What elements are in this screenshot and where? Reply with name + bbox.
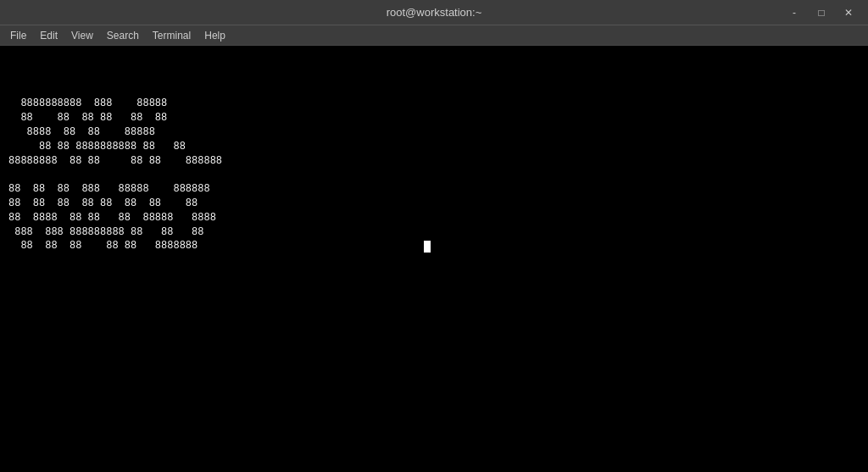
terminal-body[interactable]: 8888888888 888 88888 88 88 88 88 88 88 8… — [0, 46, 868, 472]
window-controls: - □ ✕ — [782, 3, 861, 22]
menu-terminal[interactable]: Terminal — [146, 25, 198, 45]
title-bar: root@workstation:~ - □ ✕ — [0, 0, 868, 25]
menu-help[interactable]: Help — [198, 25, 232, 45]
menu-bar: File Edit View Search Terminal Help — [0, 25, 868, 46]
close-button[interactable]: ✕ — [836, 3, 861, 22]
menu-view[interactable]: View — [64, 25, 100, 45]
menu-search[interactable]: Search — [100, 25, 146, 45]
maximize-button[interactable]: □ — [809, 3, 834, 22]
menu-edit[interactable]: Edit — [33, 25, 64, 45]
terminal-cursor — [424, 241, 431, 253]
terminal-output: 8888888888 888 88888 88 88 88 88 88 88 8… — [8, 54, 860, 253]
minimize-button[interactable]: - — [782, 3, 807, 22]
menu-file[interactable]: File — [3, 25, 33, 45]
window-title: root@workstation:~ — [387, 6, 482, 19]
